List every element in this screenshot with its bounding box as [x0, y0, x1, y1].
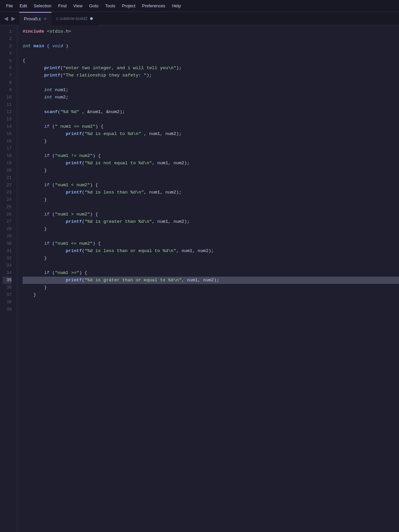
- line-num-1: 1: [3, 28, 12, 35]
- menu-preferences[interactable]: Preferences: [139, 2, 169, 10]
- line-num-4: 4: [3, 50, 12, 57]
- code-line-39: [23, 306, 399, 313]
- menubar: File Edit Selection Find View Goto Tools…: [0, 0, 399, 12]
- code-line-24: }: [23, 196, 399, 203]
- code-line-36: }: [23, 284, 399, 291]
- code-line-8: [23, 79, 399, 86]
- line-num-36: 36: [3, 284, 12, 291]
- code-line-14: if (" num1 == num2") {: [23, 123, 399, 130]
- line-num-9: 9: [3, 86, 12, 94]
- menu-selection[interactable]: Selection: [30, 2, 55, 10]
- code-line-22: if ("num1 < num2") {: [23, 182, 399, 189]
- tab-next-button[interactable]: ▶: [10, 15, 17, 22]
- code-line-11: [23, 101, 399, 108]
- line-num-2: 2: [3, 35, 12, 43]
- line-num-32: 32: [3, 255, 12, 262]
- editor: 1 2 3 4 5 6 7 8 9 10 11 12 13 14 15 16 1…: [0, 25, 399, 532]
- code-line-17: [23, 145, 399, 152]
- code-line-26: if ("num1 > num2") {: [23, 211, 399, 218]
- line-num-18: 18: [3, 152, 12, 160]
- code-line-7: printf("The rlationship they safety: ");: [23, 72, 399, 79]
- code-line-29: [23, 233, 399, 240]
- code-line-33: [23, 262, 399, 269]
- menu-goto[interactable]: Goto: [86, 2, 102, 10]
- code-line-31: printf("%d is less than or equal to %d\n…: [23, 247, 399, 255]
- line-num-37: 37: [3, 291, 12, 299]
- menu-project[interactable]: Project: [119, 2, 139, 10]
- code-line-20: }: [23, 167, 399, 174]
- tab-prev-button[interactable]: ◀: [3, 15, 9, 22]
- code-line-16: }: [23, 138, 399, 145]
- line-num-8: 8: [3, 79, 12, 86]
- line-numbers: 1 2 3 4 5 6 7 8 9 10 11 12 13 14 15 16 1…: [0, 25, 17, 532]
- line-num-16: 16: [3, 138, 12, 145]
- code-line-18: if ("num1 != num2") {: [23, 152, 399, 160]
- line-num-30: 30: [3, 240, 12, 247]
- menu-edit[interactable]: Edit: [16, 2, 30, 10]
- include-path: <stdio.h>: [47, 28, 71, 35]
- code-area[interactable]: #include <stdio.h> int main ( void ) { p…: [17, 25, 399, 532]
- line-num-33: 33: [3, 262, 12, 269]
- menu-tools[interactable]: Tools: [102, 2, 118, 10]
- code-line-15: printf("%d is equal to %d\n" , num1, num…: [23, 130, 399, 138]
- line-num-22: 22: [3, 182, 12, 189]
- line-num-28: 28: [3, 225, 12, 233]
- code-line-30: if ("num1 <= num2") {: [23, 240, 399, 247]
- line-num-12: 12: [3, 108, 12, 116]
- code-line-3: int main ( void ): [23, 43, 399, 50]
- code-line-25: [23, 203, 399, 211]
- tab-sublime-build2[interactable]: c.sublime-build2: [52, 12, 97, 25]
- code-line-27: printf("%d is greater than %d\n", num1, …: [23, 218, 399, 225]
- line-num-23: 23: [3, 189, 12, 196]
- line-num-6: 6: [3, 65, 12, 72]
- line-num-15: 15: [3, 130, 12, 138]
- line-num-17: 17: [3, 145, 12, 152]
- line-num-14: 14: [3, 123, 12, 130]
- code-line-12: scanf("%d %d" , &num1, &num2);: [23, 108, 399, 116]
- menu-view[interactable]: View: [70, 2, 86, 10]
- line-num-7: 7: [3, 72, 12, 79]
- tab-prova5c[interactable]: Prova5.c ✕: [19, 12, 52, 25]
- line-num-27: 27: [3, 218, 12, 225]
- code-line-38: [23, 299, 399, 306]
- line-num-39: 39: [3, 306, 12, 313]
- line-num-11: 11: [3, 101, 12, 108]
- code-line-19: printf("%d is not equal to %d\n", num1, …: [23, 160, 399, 167]
- line-num-21: 21: [3, 174, 12, 182]
- tab-modified-dot: [90, 17, 93, 20]
- code-line-37: }: [23, 291, 399, 299]
- code-line-13: [23, 116, 399, 123]
- line-num-25: 25: [3, 203, 12, 211]
- menu-file[interactable]: File: [3, 2, 16, 10]
- line-num-13: 13: [3, 116, 12, 123]
- menu-find[interactable]: Find: [55, 2, 70, 10]
- code-line-6: printf("enter two integer, and i will te…: [23, 65, 399, 72]
- line-num-38: 38: [3, 299, 12, 306]
- code-line-4: [23, 50, 399, 57]
- tab-label: c.sublime-build2: [56, 16, 87, 21]
- line-num-24: 24: [3, 196, 12, 203]
- code-line-23: printf("%d is less than %d\n", num1, num…: [23, 189, 399, 196]
- keyword-include: #include: [23, 28, 44, 35]
- line-num-10: 10: [3, 94, 12, 101]
- line-num-19: 19: [3, 160, 12, 167]
- code-line-5: {: [23, 57, 399, 65]
- code-line-2: [23, 35, 399, 43]
- code-line-34: if ("num1 >=") {: [23, 269, 399, 277]
- tabbar: ◀ ▶ Prova5.c ✕ c.sublime-build2: [0, 12, 399, 25]
- line-num-31: 31: [3, 247, 12, 255]
- code-line-9: int num1;: [23, 86, 399, 94]
- code-line-21: [23, 174, 399, 182]
- menu-help[interactable]: Help: [169, 2, 184, 10]
- line-num-34: 34: [3, 269, 12, 277]
- line-num-26: 26: [3, 211, 12, 218]
- line-num-20: 20: [3, 167, 12, 174]
- line-num-5: 5: [3, 57, 12, 65]
- code-line-1: #include <stdio.h>: [23, 28, 399, 35]
- tab-nav: ◀ ▶: [0, 15, 19, 22]
- code-line-10: int num2;: [23, 94, 399, 101]
- line-num-35: 35: [3, 277, 12, 284]
- code-line-28: }: [23, 225, 399, 233]
- code-line-32: }: [23, 255, 399, 262]
- tab-close-icon[interactable]: ✕: [44, 17, 47, 21]
